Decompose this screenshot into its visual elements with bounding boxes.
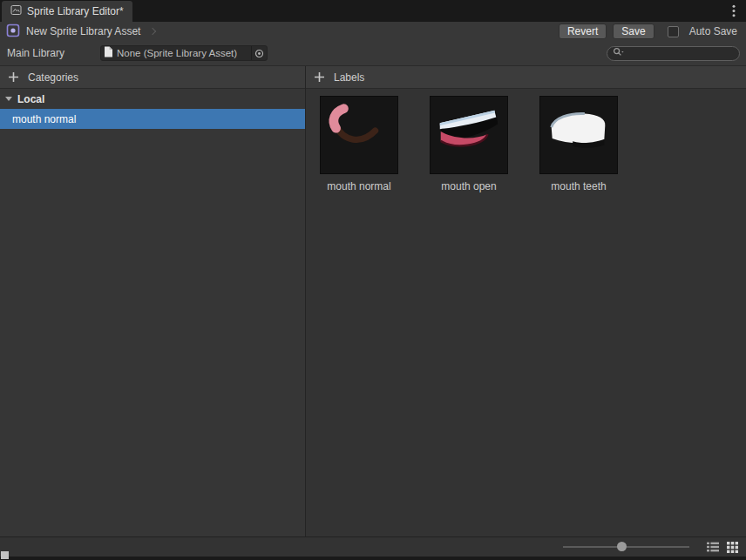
- label-card-mouth-open[interactable]: mouth open: [430, 96, 508, 192]
- footer-bar: [0, 536, 746, 560]
- search-icon[interactable]: [613, 47, 624, 60]
- labels-header: Labels: [306, 66, 746, 89]
- search-field[interactable]: [607, 46, 740, 61]
- list-view-icon[interactable]: [705, 540, 720, 554]
- sprite-library-icon: [10, 4, 22, 18]
- category-item-label: mouth normal: [12, 113, 76, 125]
- sprite-library-editor-window: Sprite Library Editor* New Sprite Librar…: [0, 0, 746, 560]
- foldout-arrow-icon: [5, 97, 12, 101]
- kebab-menu-icon[interactable]: [728, 4, 740, 17]
- add-category-button[interactable]: [7, 71, 19, 84]
- add-label-button[interactable]: [313, 71, 325, 84]
- breadcrumb-chevron-icon: [149, 28, 156, 35]
- main-library-row: Main Library None (Sprite Library Asset): [0, 41, 746, 65]
- zoom-slider-thumb[interactable]: [617, 542, 627, 551]
- search-input[interactable]: [627, 48, 734, 59]
- window-resize-corner: [1, 551, 9, 559]
- auto-save-checkbox[interactable]: [668, 26, 679, 37]
- object-field-value: None (Sprite Library Asset): [113, 48, 251, 58]
- category-item-mouth-normal[interactable]: mouth normal: [0, 109, 305, 129]
- label-card-text: mouth normal: [327, 180, 390, 192]
- open-mouth-sprite: [430, 96, 508, 174]
- main-library-label: Main Library: [7, 47, 100, 59]
- grid-view-icon[interactable]: [725, 540, 740, 554]
- categories-panel: Categories Local mouth normal: [0, 66, 306, 536]
- label-cards: mouth normal mouth open: [306, 89, 746, 192]
- thumbnail-zoom-slider[interactable]: [563, 538, 689, 556]
- asset-file-icon: [104, 46, 113, 60]
- revert-button[interactable]: Revert: [559, 24, 607, 39]
- smile-curve-sprite: [320, 96, 398, 174]
- breadcrumb[interactable]: New Sprite Library Asset: [26, 25, 155, 37]
- main-area: Categories Local mouth normal Labels: [0, 65, 746, 536]
- asset-toolbar: New Sprite Library Asset Revert Save Aut…: [0, 22, 746, 41]
- teeth-sprite: [539, 96, 618, 174]
- category-group-local[interactable]: Local: [0, 89, 305, 109]
- label-card-mouth-normal[interactable]: mouth normal: [320, 96, 398, 192]
- tab-title: Sprite Library Editor*: [27, 5, 124, 17]
- tab-strip: Sprite Library Editor*: [0, 0, 746, 22]
- object-picker-icon[interactable]: [251, 46, 267, 60]
- labels-title: Labels: [334, 71, 364, 84]
- main-library-object-field[interactable]: None (Sprite Library Asset): [100, 45, 268, 61]
- categories-title: Categories: [28, 71, 78, 84]
- auto-save-label: Auto Save: [689, 25, 737, 37]
- label-card-text: mouth open: [441, 180, 496, 192]
- category-group-label: Local: [17, 93, 44, 105]
- label-card-mouth-teeth[interactable]: mouth teeth: [539, 96, 618, 192]
- breadcrumb-label: New Sprite Library Asset: [26, 25, 140, 37]
- labels-panel: Labels mouth normal: [306, 66, 746, 536]
- save-button[interactable]: Save: [613, 24, 654, 39]
- tab-sprite-library-editor[interactable]: Sprite Library Editor*: [2, 1, 132, 22]
- categories-header: Categories: [0, 66, 305, 89]
- label-card-text: mouth teeth: [551, 180, 606, 192]
- sprite-library-asset-icon: [6, 24, 20, 40]
